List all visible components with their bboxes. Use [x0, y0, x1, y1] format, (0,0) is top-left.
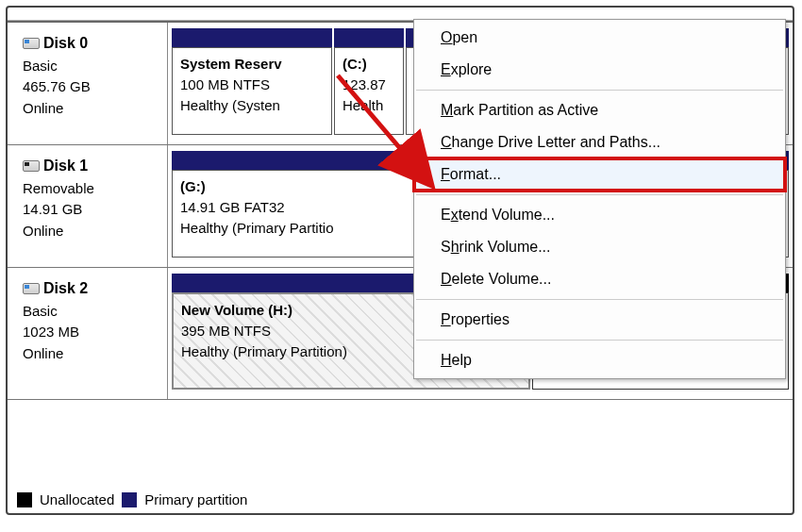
menu-item-mark-active[interactable]: Mark Partition as Active [414, 94, 785, 126]
disk-type: Basic [23, 56, 159, 77]
legend-swatch-unallocated [17, 492, 32, 507]
disk-size: 14.91 GB [23, 199, 159, 221]
disk-name: Disk 2 [43, 277, 88, 300]
legend-swatch-primary [122, 492, 137, 507]
partition-body: System Reserv 100 MB NTFS Healthy (Syste… [172, 47, 332, 135]
legend: Unallocated Primary partition [17, 491, 247, 507]
legend-primary-label: Primary partition [144, 491, 247, 507]
menu-item-format[interactable]: Format... [414, 158, 785, 191]
removable-disk-icon [23, 160, 40, 172]
partition-line2: 123.87 [343, 75, 395, 95]
partition-line3: Health [343, 95, 395, 116]
menu-item-delete-volume[interactable]: Delete Volume... [414, 263, 785, 295]
partition-c[interactable]: (C:) 123.87 Health [334, 28, 404, 135]
disk-info-2: Disk 2 Basic 1023 MB Online [8, 268, 168, 399]
partition-header [172, 28, 332, 47]
partition-header [334, 28, 404, 47]
menu-item-change-drive-letter[interactable]: Change Drive Letter and Paths... [414, 126, 785, 158]
menu-separator [416, 90, 783, 91]
disk-title-0: Disk 0 [23, 32, 88, 55]
disk-title-1: Disk 1 [23, 155, 88, 177]
menu-item-extend-volume[interactable]: Extend Volume... [414, 199, 785, 231]
disk-title-2: Disk 2 [23, 277, 88, 300]
menu-separator [416, 299, 783, 300]
partition-body: (C:) 123.87 Health [334, 47, 404, 135]
menu-item-properties[interactable]: Properties [414, 304, 785, 336]
menu-item-shrink-volume[interactable]: Shrink Volume... [414, 231, 785, 263]
disk-size: 1023 MB [23, 322, 159, 343]
partition-name: (C:) [343, 54, 395, 75]
legend-unallocated-label: Unallocated [40, 491, 114, 507]
disk-status: Online [23, 221, 159, 242]
context-menu: Open Explore Mark Partition as Active Ch… [413, 19, 786, 379]
disk-info-1: Disk 1 Removable 14.91 GB Online [8, 145, 168, 267]
disk-name: Disk 0 [43, 32, 88, 55]
disk-status: Online [23, 98, 159, 120]
disk-name: Disk 1 [43, 155, 88, 177]
menu-item-explore[interactable]: Explore [414, 54, 785, 86]
disk-size: 465.76 GB [23, 76, 159, 98]
menu-item-open[interactable]: Open [414, 22, 785, 54]
menu-separator [416, 340, 783, 341]
menu-item-help[interactable]: Help [414, 344, 785, 376]
menu-separator [416, 194, 783, 195]
disk-icon [23, 38, 40, 49]
disk-status: Online [23, 343, 159, 365]
partition-system-reserved[interactable]: System Reserv 100 MB NTFS Healthy (Syste… [172, 28, 332, 135]
partition-line2: 100 MB NTFS [180, 75, 324, 95]
partition-name: System Reserv [180, 54, 324, 75]
partition-line3: Healthy (Systen [180, 95, 324, 116]
disk-info-0: Disk 0 Basic 465.76 GB Online [8, 23, 168, 144]
disk-icon [23, 283, 40, 294]
disk-type: Basic [23, 301, 159, 323]
disk-management-window: Disk 0 Basic 465.76 GB Online System Res… [6, 6, 794, 515]
disk-type: Removable [23, 178, 159, 200]
